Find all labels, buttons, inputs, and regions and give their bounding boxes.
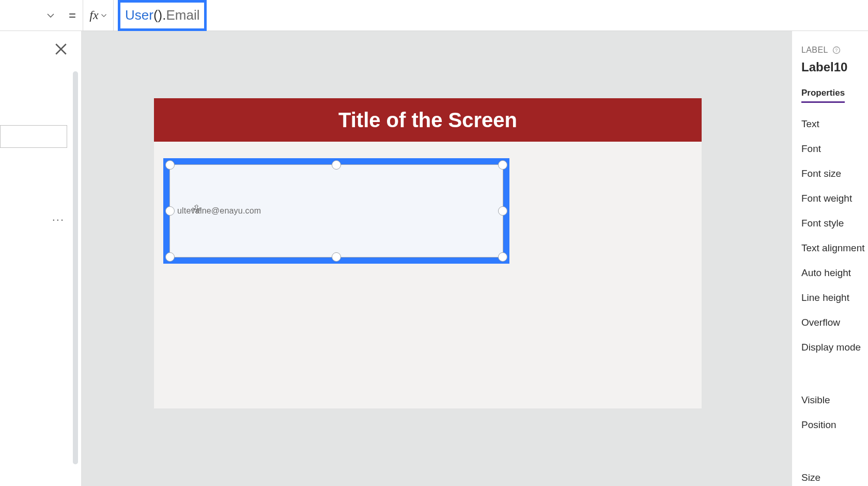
tab-properties[interactable]: Properties <box>801 88 845 103</box>
formula-input[interactable]: User().Email <box>118 0 207 31</box>
chevron-down-icon <box>47 11 55 20</box>
search-input[interactable] <box>0 125 67 148</box>
canvas[interactable]: Title of the Screen ultevalne@enayu.com <box>82 31 792 486</box>
close-button[interactable] <box>54 42 68 56</box>
svg-text:?: ? <box>835 48 838 53</box>
selected-label[interactable]: ultevalne@enayu.com <box>169 164 503 257</box>
screen-header[interactable]: Title of the Screen <box>154 98 702 142</box>
fx-button[interactable]: fx <box>83 0 114 31</box>
property-row[interactable]: Auto height <box>801 267 868 279</box>
scrollbar-thumb[interactable] <box>73 71 78 464</box>
left-panel: ··· <box>0 31 82 486</box>
resize-handle-mr[interactable] <box>498 206 507 216</box>
property-row[interactable]: Position <box>801 419 868 431</box>
chevron-down-icon <box>101 12 107 19</box>
resize-handle-ml[interactable] <box>165 206 175 216</box>
formula-bar: = fx User().Email <box>0 0 868 31</box>
equals-sign: = <box>62 8 83 23</box>
property-dropdown[interactable] <box>0 0 62 31</box>
property-row[interactable]: Overflow <box>801 317 868 328</box>
formula-token-function: User <box>125 7 153 23</box>
selected-label-highlight: ultevalne@enayu.com <box>163 158 509 264</box>
property-row[interactable]: Text <box>801 118 868 130</box>
close-icon <box>54 42 68 56</box>
resize-handle-bc[interactable] <box>332 252 341 262</box>
property-list: Text Font Font size Font weight Font sty… <box>801 118 868 483</box>
property-row[interactable]: Font style <box>801 218 868 229</box>
resize-handle-tc[interactable] <box>332 160 341 170</box>
resize-handle-tl[interactable] <box>165 160 175 170</box>
label-text: ultevalne@enayu.com <box>177 206 261 216</box>
left-panel-scrollbar[interactable] <box>73 71 78 464</box>
control-type-label: LABEL ? <box>801 45 841 55</box>
property-row[interactable]: Line height <box>801 292 868 303</box>
control-type-text: LABEL <box>801 45 828 55</box>
property-row[interactable]: Font size <box>801 168 868 179</box>
help-icon[interactable]: ? <box>832 46 841 54</box>
screen[interactable]: Title of the Screen ultevalne@enayu.com <box>154 98 702 408</box>
resize-handle-tr[interactable] <box>498 160 507 170</box>
formula-token-punct: (). <box>153 7 166 23</box>
property-row[interactable]: Font weight <box>801 193 868 204</box>
resize-handle-br[interactable] <box>498 252 507 262</box>
control-name[interactable]: Label10 <box>801 60 868 74</box>
property-row[interactable]: Visible <box>801 394 868 406</box>
properties-panel: LABEL ? Label10 Properties Text Font Fon… <box>792 31 868 486</box>
screen-title: Title of the Screen <box>338 109 517 132</box>
resize-handle-bl[interactable] <box>165 252 175 262</box>
property-row[interactable]: Size <box>801 472 868 483</box>
property-row[interactable]: Display mode <box>801 342 868 353</box>
formula-token-property: Email <box>166 7 199 23</box>
more-button[interactable]: ··· <box>52 213 65 226</box>
fx-icon: fx <box>89 8 98 22</box>
property-row[interactable]: Font <box>801 143 868 155</box>
property-row[interactable]: Text alignment <box>801 242 868 254</box>
